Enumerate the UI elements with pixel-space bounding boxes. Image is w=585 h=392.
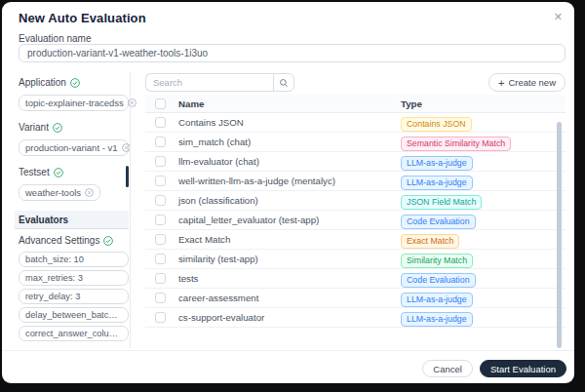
row-type-cell: JSON Field Match <box>401 191 566 210</box>
row-checkbox[interactable] <box>155 176 166 186</box>
table-row[interactable]: llm-evaluator (chat) LLM-as-a-judge <box>145 152 566 172</box>
row-name: sim_match (chat) <box>178 137 401 147</box>
row-name: well-written-llm-as-a-judge (mentalyc) <box>178 176 401 186</box>
row-type-cell: Similarity Match <box>401 250 566 268</box>
table-row[interactable]: capital_letter_evaluator (test-app) Code… <box>145 211 566 230</box>
check-circle-icon <box>53 123 62 133</box>
type-badge: LLM-as-a-judge <box>401 156 473 171</box>
application-tag[interactable]: topic-explainer-tracedss <box>19 95 129 111</box>
evaluators-section-header[interactable]: Evaluators <box>15 211 129 229</box>
row-checkbox[interactable] <box>155 215 166 225</box>
select-all-checkbox[interactable] <box>155 98 166 109</box>
name-column-header: Name <box>178 98 401 109</box>
row-type-cell: Contains JSON <box>401 113 566 132</box>
row-name: tests <box>178 273 401 284</box>
row-checkbox-cell <box>145 293 178 303</box>
check-circle-icon <box>70 78 80 88</box>
row-checkbox[interactable] <box>155 117 166 128</box>
table-row[interactable]: well-written-llm-as-a-judge (mentalyc) L… <box>145 172 566 191</box>
table-row[interactable]: tests Code Evaluation <box>145 269 566 289</box>
new-auto-evaluation-modal: New Auto Evaluation ✕ Evaluation name Ap… <box>2 2 574 383</box>
row-name: career-assessment <box>178 293 401 303</box>
row-type-cell: Code Evaluation <box>401 211 566 229</box>
application-label-text: Application <box>19 77 66 88</box>
table-row[interactable]: career-assessment LLM-as-a-judge <box>145 289 566 308</box>
row-type-cell: Code Evaluation <box>401 269 566 288</box>
type-column-header: Type <box>401 98 566 109</box>
row-name: cs-support-evaluator <box>178 312 401 323</box>
check-circle-icon <box>103 236 113 246</box>
footer-divider <box>2 350 574 351</box>
variant-tag[interactable]: production-variant - v1 <box>19 139 129 156</box>
search-icon <box>279 74 289 92</box>
variant-tag-text: production-variant - v1 <box>25 142 118 153</box>
row-checkbox[interactable] <box>155 254 166 264</box>
row-checkbox-cell <box>145 234 178 245</box>
testset-tag-text: weather-tools <box>25 187 81 198</box>
check-circle-icon <box>54 168 63 177</box>
table-row[interactable]: Exact Match Exact Match <box>145 230 566 250</box>
close-circle-icon[interactable] <box>85 188 94 197</box>
table-row[interactable]: Contains JSON Contains JSON <box>145 113 566 133</box>
type-badge: Code Evaluation <box>401 273 476 288</box>
table-row[interactable]: json (classification) JSON Field Match <box>145 191 566 211</box>
type-badge: LLM-as-a-judge <box>401 176 473 190</box>
modal-title: New Auto Evaluation <box>19 11 146 25</box>
configuration-sidebar: Application topic-explainer-tracedss Var… <box>19 72 129 344</box>
row-checkbox-cell <box>145 312 178 323</box>
row-checkbox[interactable] <box>155 156 166 167</box>
row-checkbox[interactable] <box>155 293 166 303</box>
row-name: Contains JSON <box>178 117 401 128</box>
table-row[interactable]: cs-support-evaluator LLM-as-a-judge <box>145 308 566 328</box>
sidebar-scrollbar-thumb[interactable] <box>126 166 129 187</box>
row-name: llm-evaluator (chat) <box>178 156 401 167</box>
application-tag-text: topic-explainer-tracedss <box>25 98 124 108</box>
testset-tag[interactable]: weather-tools <box>19 184 100 201</box>
evaluators-panel: + Create new Name Type Contains JSON Con… <box>145 72 566 328</box>
close-icon[interactable]: ✕ <box>554 10 563 23</box>
row-checkbox-cell <box>145 215 178 225</box>
row-checkbox-cell <box>145 176 178 186</box>
row-name: Exact Match <box>178 234 401 245</box>
advanced-pill-delay-between-batches[interactable]: delay_between_batches: 5 <box>19 307 129 323</box>
type-badge: LLM-as-a-judge <box>401 293 473 307</box>
row-checkbox[interactable] <box>155 273 166 284</box>
advanced-pill-retry-delay[interactable]: retry_delay: 3 <box>19 289 129 304</box>
evaluation-name-label: Evaluation name <box>19 33 92 44</box>
application-label: Application <box>19 77 129 88</box>
advanced-pill-batch-size[interactable]: batch_size: 10 <box>19 252 129 267</box>
table-scrollbar-thumb[interactable] <box>557 122 562 348</box>
row-checkbox[interactable] <box>155 195 166 206</box>
start-evaluation-button[interactable]: Start Evaluation <box>480 360 566 377</box>
evaluation-name-input[interactable] <box>19 44 566 62</box>
search-input[interactable] <box>145 73 273 92</box>
advanced-pill-max-retries[interactable]: max_retries: 3 <box>19 270 129 286</box>
evaluators-header-text: Evaluators <box>19 215 68 225</box>
search-button[interactable] <box>273 73 294 92</box>
header-checkbox-cell <box>145 98 178 109</box>
row-checkbox[interactable] <box>155 234 166 245</box>
row-checkbox-cell <box>145 273 178 284</box>
advanced-settings-label: Advanced Settings <box>19 235 129 246</box>
variant-label: Variant <box>19 122 129 133</box>
footer: Cancel Start Evaluation <box>422 360 566 377</box>
type-badge: Exact Match <box>401 234 459 249</box>
advanced-pill-correct-answer-column[interactable]: correct_answer_column: corre... <box>19 326 129 341</box>
type-badge: Semantic Similarity Match <box>401 137 511 151</box>
testset-label: Testset <box>19 167 129 177</box>
type-badge: LLM-as-a-judge <box>401 312 473 327</box>
row-checkbox-cell <box>145 137 178 147</box>
row-checkbox-cell <box>145 117 178 128</box>
evaluators-toolbar: + Create new <box>145 72 566 93</box>
table-row[interactable]: similarity (test-app) Similarity Match <box>145 250 566 269</box>
cancel-button[interactable]: Cancel <box>422 360 473 377</box>
create-new-button[interactable]: + Create new <box>488 73 566 92</box>
table-header: Name Type <box>145 95 566 113</box>
row-checkbox-cell <box>145 195 178 206</box>
type-badge: Contains JSON <box>401 117 472 132</box>
table-row[interactable]: sim_match (chat) Semantic Similarity Mat… <box>145 133 566 152</box>
row-type-cell: Semantic Similarity Match <box>401 133 566 151</box>
create-new-label: Create new <box>508 77 556 88</box>
row-checkbox[interactable] <box>155 137 166 147</box>
row-checkbox[interactable] <box>155 312 166 323</box>
